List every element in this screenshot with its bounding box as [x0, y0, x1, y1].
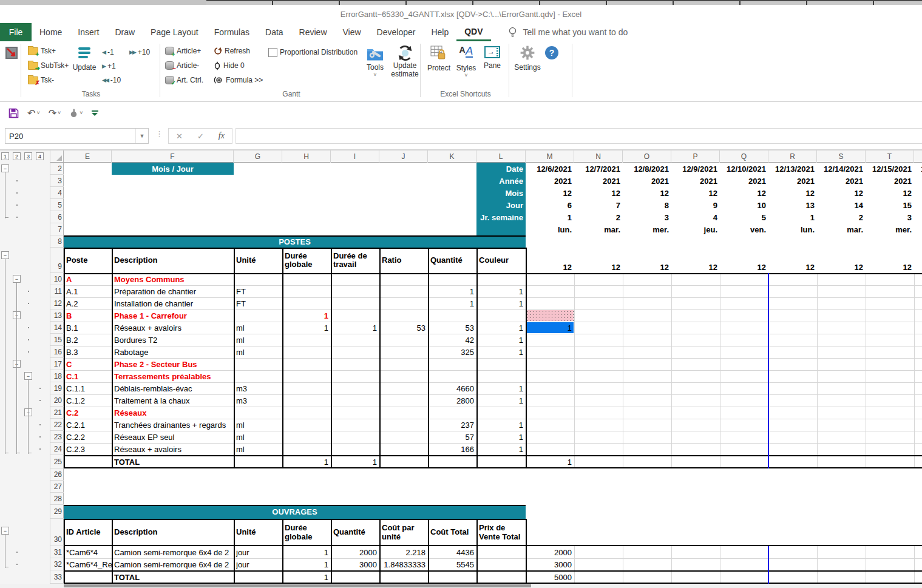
outline-level-button-2[interactable]: 2: [13, 152, 21, 160]
cell-E11[interactable]: A.1: [64, 285, 112, 297]
cell-E24[interactable]: C.2.3: [64, 443, 112, 455]
outline-collapse-button[interactable]: −: [1, 527, 9, 535]
cell-L11[interactable]: 1: [476, 285, 526, 297]
outline-collapse-button[interactable]: −: [1, 164, 9, 172]
cell-L23[interactable]: 1: [476, 431, 526, 443]
cell-G11[interactable]: FT: [234, 285, 282, 297]
cell-L9[interactable]: Couleur: [476, 248, 526, 273]
cell-N6[interactable]: 2: [574, 211, 623, 223]
cell-R4[interactable]: 12: [768, 187, 817, 199]
cell-P7[interactable]: jeu.: [671, 223, 720, 235]
outline-level-button-4[interactable]: 4: [36, 152, 44, 160]
row-header-6[interactable]: 6: [50, 211, 64, 223]
cell-R3[interactable]: 2021: [768, 175, 817, 187]
column-header-J[interactable]: J: [379, 150, 428, 163]
cell-P2[interactable]: 12/9/2021: [671, 163, 720, 175]
cell-N4[interactable]: 12: [574, 187, 623, 199]
cell-F33[interactable]: TOTAL: [112, 570, 234, 584]
cell-T2[interactable]: 12/15/2021: [866, 163, 914, 175]
cell-U2[interactable]: 12/16/2021: [914, 163, 922, 175]
cell-G15[interactable]: ml: [234, 334, 282, 346]
cell-M31[interactable]: 2000: [526, 546, 574, 558]
cell-K16[interactable]: 325: [428, 346, 476, 358]
cell-F25[interactable]: TOTAL: [112, 455, 234, 468]
row-header-12[interactable]: 12: [50, 297, 64, 309]
row-header-10[interactable]: 10: [50, 273, 64, 285]
cell-R9[interactable]: 12: [768, 248, 817, 273]
row-header-15[interactable]: 15: [50, 334, 64, 346]
cell-S2[interactable]: 12/14/2021: [817, 163, 866, 175]
column-header-S[interactable]: S: [817, 150, 866, 163]
row-header-7[interactable]: 7: [50, 223, 64, 235]
cell-H25[interactable]: 1: [282, 455, 331, 468]
cell-Q9[interactable]: 12: [720, 248, 768, 273]
cell-E21[interactable]: C.2: [64, 407, 112, 419]
cell-F13[interactable]: Phase 1 - Carrefour: [112, 309, 234, 322]
cell-N5[interactable]: 7: [574, 199, 623, 211]
cell-E17[interactable]: C: [64, 358, 112, 370]
cell-K32[interactable]: 5545: [428, 558, 476, 570]
cell-E23[interactable]: C.2.2: [64, 431, 112, 443]
cell-L22[interactable]: 1: [476, 419, 526, 431]
column-header-P[interactable]: P: [671, 150, 720, 163]
cell-E22[interactable]: C.2.1: [64, 419, 112, 431]
cell-E12[interactable]: A.2: [64, 297, 112, 309]
cell-L20[interactable]: 1: [476, 394, 526, 407]
row-header-23[interactable]: 23: [50, 431, 64, 443]
cell-K15[interactable]: 42: [428, 334, 476, 346]
cell-M4[interactable]: 12: [526, 187, 574, 199]
cell-T7[interactable]: mer.: [866, 223, 914, 235]
outline-level-button-1[interactable]: 1: [1, 152, 9, 160]
cell-N2[interactable]: 12/7/2021: [574, 163, 623, 175]
row-header-33[interactable]: 33: [50, 570, 64, 584]
cell-R2[interactable]: 12/13/2021: [768, 163, 817, 175]
cell-F11[interactable]: Préparation de chantier: [112, 285, 234, 297]
cell-I30[interactable]: Quantité: [331, 519, 379, 546]
cell-L16[interactable]: 1: [476, 346, 526, 358]
cell-O5[interactable]: 8: [623, 199, 671, 211]
column-header-G[interactable]: G: [234, 150, 282, 163]
cell-K19[interactable]: 4660: [428, 382, 476, 394]
outline-collapse-button[interactable]: −: [13, 275, 21, 283]
cell-O6[interactable]: 3: [623, 211, 671, 223]
cell-K14[interactable]: 53: [428, 322, 476, 334]
row-header-21[interactable]: 21: [50, 407, 64, 419]
column-header-O[interactable]: O: [623, 150, 671, 163]
cell-E18[interactable]: C.1: [64, 370, 112, 382]
cell-J30[interactable]: Coût par unité: [379, 519, 428, 546]
cell-E30[interactable]: ID Article: [64, 519, 112, 546]
cell-G19[interactable]: m3: [234, 382, 282, 394]
cell-Q7[interactable]: ven.: [720, 223, 768, 235]
column-header-K[interactable]: K: [428, 150, 476, 163]
cell-L2[interactable]: Date: [476, 163, 526, 175]
cell-P5[interactable]: 9: [671, 199, 720, 211]
cell-J14[interactable]: 53: [379, 322, 428, 334]
cell-F30[interactable]: Description: [112, 519, 234, 546]
cell-H32[interactable]: 1: [282, 558, 331, 570]
cell-F32[interactable]: Camion semi-remorque 6x4 de 2: [112, 558, 234, 570]
row-header-29[interactable]: 29: [50, 505, 64, 519]
cell-F12[interactable]: Installation de chantier: [112, 297, 234, 309]
cell-G20[interactable]: m3: [234, 394, 282, 407]
row-header-8[interactable]: 8: [50, 235, 64, 248]
cell-E10[interactable]: A: [64, 273, 112, 285]
column-header-Q[interactable]: Q: [720, 150, 768, 163]
cell-L19[interactable]: 1: [476, 382, 526, 394]
column-header-E[interactable]: E: [64, 150, 112, 163]
column-header-M[interactable]: M: [526, 150, 574, 163]
cell-H33[interactable]: 1: [282, 570, 331, 584]
cell-P9[interactable]: 12: [671, 248, 720, 273]
outline-level-button-3[interactable]: 3: [24, 152, 32, 160]
cell-M32[interactable]: 3000: [526, 558, 574, 570]
cell-J31[interactable]: 2.218: [379, 546, 428, 558]
cell-E16[interactable]: B.3: [64, 346, 112, 358]
cell-M33[interactable]: 5000: [526, 570, 574, 584]
cell-F17[interactable]: Phase 2 - Secteur Bus: [112, 358, 234, 370]
cell-M2[interactable]: 12/6/2021: [526, 163, 574, 175]
cell-F18[interactable]: Terrassements préalables: [112, 370, 234, 382]
cell-I9[interactable]: Durée de travail: [331, 248, 379, 273]
horizontal-scrollbar[interactable]: [0, 584, 922, 588]
cell-I32[interactable]: 3000: [331, 558, 379, 570]
cell-G14[interactable]: ml: [234, 322, 282, 334]
cell-Q2[interactable]: 12/10/2021: [720, 163, 768, 175]
